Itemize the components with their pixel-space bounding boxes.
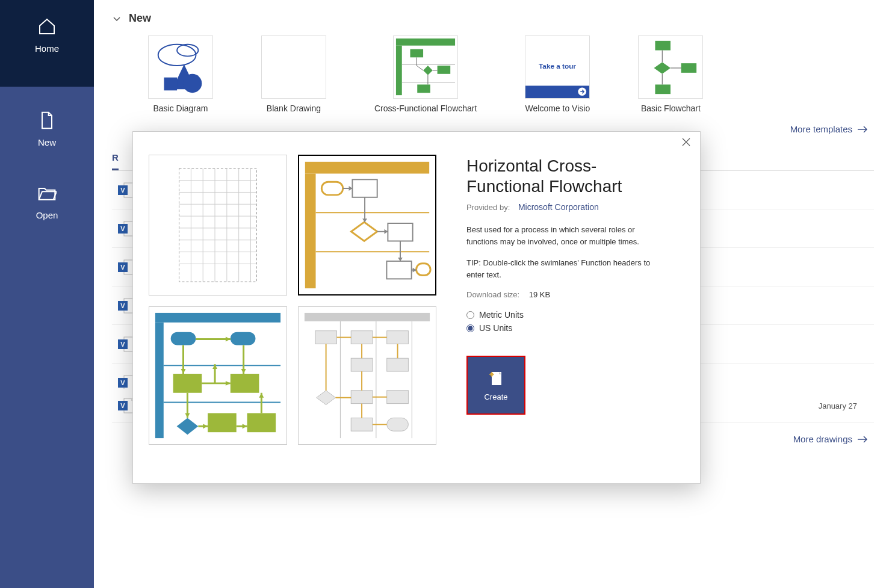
arrow-right-icon [857, 125, 868, 134]
template-blank-drawing[interactable]: Blank Drawing [261, 36, 326, 113]
template-label: Blank Drawing [267, 104, 321, 113]
svg-rect-97 [305, 313, 430, 321]
svg-rect-87 [247, 413, 276, 432]
template-thumb [148, 36, 213, 99]
template-label: Welcome to Visio [525, 104, 590, 113]
template-thumb [638, 36, 703, 99]
svg-rect-5 [396, 39, 455, 46]
template-thumb [393, 36, 458, 99]
radio-metric-input[interactable] [466, 311, 474, 319]
svg-rect-109 [351, 418, 373, 431]
svg-rect-108 [387, 391, 409, 404]
preview-thumb-4[interactable] [298, 306, 436, 445]
provided-by: Provided by: Microsoft Corporation [466, 202, 664, 212]
svg-rect-66 [321, 182, 342, 195]
svg-rect-11 [438, 66, 451, 74]
modal-details: Horizontal Cross-Functional Flowchart Pr… [448, 132, 700, 483]
radio-us-label: US Units [479, 323, 512, 333]
create-button[interactable]: Create [466, 356, 525, 415]
template-basic-diagram[interactable]: Basic Diagram [148, 36, 213, 113]
svg-text:V: V [120, 302, 125, 309]
svg-marker-68 [351, 222, 377, 241]
svg-text:V: V [120, 187, 125, 194]
take-tour-text: Take a tour [539, 62, 576, 70]
svg-marker-95 [243, 424, 247, 429]
radio-us-input[interactable] [466, 324, 474, 332]
svg-text:V: V [120, 341, 125, 348]
recent-tab[interactable]: R [112, 146, 119, 170]
svg-rect-69 [388, 223, 412, 241]
svg-rect-70 [386, 261, 411, 279]
template-thumb [261, 36, 326, 99]
svg-rect-62 [305, 162, 429, 174]
svg-point-0 [158, 45, 196, 66]
svg-rect-67 [352, 179, 377, 197]
svg-rect-3 [164, 78, 178, 91]
template-welcome[interactable]: Take a tour Welcome to Visio [525, 36, 590, 113]
svg-rect-107 [351, 391, 373, 404]
svg-rect-82 [231, 332, 256, 345]
download-label: Download size: [466, 290, 519, 299]
svg-point-4 [183, 74, 202, 93]
chevron-down-icon [112, 14, 122, 23]
svg-marker-94 [203, 424, 208, 429]
radio-us-units[interactable]: US Units [466, 323, 664, 333]
svg-rect-101 [315, 331, 337, 344]
provider-link[interactable]: Microsoft Corporation [518, 202, 599, 212]
sidebar-item-open[interactable]: Open [0, 159, 94, 232]
file-date: January 27 [819, 401, 857, 410]
sidebar-item-new[interactable]: New [0, 87, 94, 159]
svg-rect-12 [417, 84, 430, 93]
svg-marker-96 [259, 393, 264, 398]
svg-rect-78 [155, 323, 164, 438]
svg-rect-84 [231, 374, 259, 393]
svg-marker-93 [185, 413, 190, 418]
download-value: 19 KB [529, 290, 550, 299]
template-thumb: Take a tour [525, 36, 590, 99]
svg-marker-89 [226, 337, 231, 342]
svg-marker-90 [241, 369, 246, 374]
home-icon [37, 17, 57, 36]
svg-rect-9 [410, 49, 424, 58]
svg-text:V: V [120, 379, 125, 386]
templates-row: Basic Diagram Blank Drawing [112, 29, 874, 113]
svg-rect-110 [387, 418, 409, 431]
radio-metric-units[interactable]: Metric Units [466, 310, 664, 320]
template-cross-functional[interactable]: Cross-Functional Flowchart [374, 36, 477, 113]
svg-marker-10 [423, 66, 433, 75]
svg-rect-21 [681, 63, 697, 73]
preview-thumb-2-selected[interactable] [298, 155, 436, 296]
sidebar-label-open: Open [36, 210, 58, 220]
template-label: Basic Diagram [153, 104, 208, 113]
radio-metric-label: Metric Units [479, 310, 524, 320]
modal-preview-grid [133, 132, 448, 483]
svg-rect-22 [655, 84, 671, 94]
preview-thumb-1[interactable] [149, 155, 287, 296]
template-basic-flowchart[interactable]: Basic Flowchart [638, 36, 703, 113]
sidebar-label-new: New [38, 137, 56, 147]
open-folder-icon [37, 184, 57, 203]
svg-line-14 [417, 66, 423, 70]
provided-by-label: Provided by: [466, 203, 510, 212]
more-templates-label: More templates [790, 124, 852, 134]
svg-marker-106 [317, 391, 336, 405]
download-size: Download size: 19 KB [466, 290, 664, 299]
preview-thumb-3[interactable] [149, 306, 287, 445]
svg-rect-19 [655, 41, 671, 51]
modal-title: Horizontal Cross-Functional Flowchart [466, 156, 664, 196]
svg-rect-104 [351, 358, 373, 371]
svg-rect-86 [208, 413, 237, 432]
sidebar-item-home[interactable]: Home [0, 0, 94, 66]
template-label: Basic Flowchart [641, 104, 701, 113]
section-title: New [129, 12, 151, 25]
svg-rect-105 [387, 358, 409, 371]
section-header-new[interactable]: New [112, 0, 874, 29]
svg-marker-73 [362, 218, 367, 222]
modal-close-button[interactable] [682, 138, 690, 149]
sidebar: Home New Open [0, 0, 94, 588]
svg-rect-103 [387, 331, 409, 344]
template-preview-modal: Horizontal Cross-Functional Flowchart Pr… [132, 131, 701, 484]
svg-text:V: V [120, 264, 125, 271]
svg-rect-102 [351, 331, 373, 344]
modal-description-1: Best used for a process in which several… [466, 224, 664, 247]
